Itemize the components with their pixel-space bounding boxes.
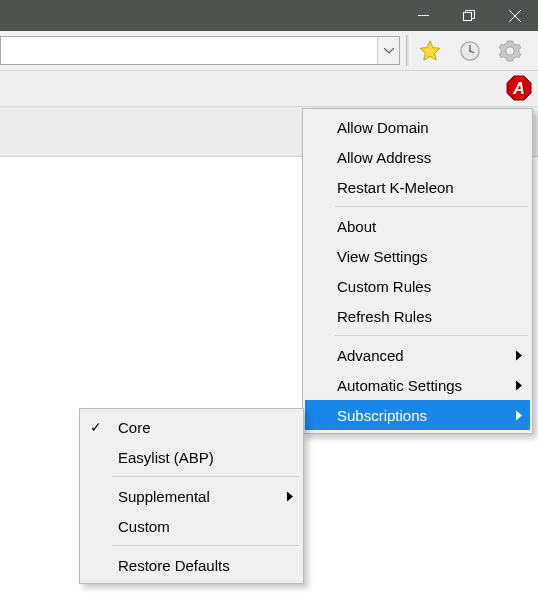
toolbar-icon-group bbox=[414, 35, 526, 67]
menu-view-settings[interactable]: View Settings bbox=[305, 241, 530, 271]
menu-separator bbox=[335, 206, 528, 207]
menu-item-label: View Settings bbox=[337, 248, 428, 265]
menu-item-label: Custom bbox=[118, 518, 170, 535]
menu-item-label: Subscriptions bbox=[337, 407, 427, 424]
menu-item-label: Custom Rules bbox=[337, 278, 431, 295]
history-button[interactable] bbox=[454, 35, 486, 67]
menu-separator bbox=[112, 476, 299, 477]
submenu-core[interactable]: ✓ Core bbox=[82, 412, 301, 442]
menu-separator bbox=[112, 545, 299, 546]
settings-button[interactable] bbox=[494, 35, 526, 67]
main-toolbar bbox=[0, 31, 538, 71]
menu-item-label: Allow Address bbox=[337, 149, 431, 166]
menu-restart[interactable]: Restart K-Meleon bbox=[305, 172, 530, 202]
submenu-custom[interactable]: Custom bbox=[82, 511, 301, 541]
minimize-button[interactable] bbox=[400, 0, 446, 31]
menu-separator bbox=[335, 335, 528, 336]
gear-icon bbox=[498, 39, 522, 63]
menu-automatic-settings[interactable]: Automatic Settings bbox=[305, 370, 530, 400]
checkmark-icon: ✓ bbox=[90, 419, 102, 435]
menu-item-label: Refresh Rules bbox=[337, 308, 432, 325]
address-input[interactable] bbox=[1, 37, 377, 64]
toolbar-separator bbox=[406, 35, 411, 66]
adblock-context-menu: Allow Domain Allow Address Restart K-Mel… bbox=[302, 108, 533, 434]
menu-item-label: Supplemental bbox=[118, 488, 210, 505]
submenu-arrow-icon bbox=[287, 488, 293, 505]
submenu-supplemental[interactable]: Supplemental bbox=[82, 481, 301, 511]
menu-item-label: Restart K-Meleon bbox=[337, 179, 454, 196]
maximize-button[interactable] bbox=[446, 0, 492, 31]
submenu-arrow-icon bbox=[516, 347, 522, 364]
subscriptions-submenu: ✓ Core Easylist (ABP) Supplemental Custo… bbox=[79, 408, 304, 584]
svg-rect-1 bbox=[464, 12, 472, 20]
menu-item-label: Restore Defaults bbox=[118, 557, 230, 574]
clock-icon bbox=[459, 40, 481, 62]
menu-custom-rules[interactable]: Custom Rules bbox=[305, 271, 530, 301]
svg-text:A: A bbox=[512, 80, 525, 97]
svg-point-7 bbox=[469, 50, 471, 52]
menu-advanced[interactable]: Advanced bbox=[305, 340, 530, 370]
star-icon bbox=[418, 39, 442, 63]
menu-allow-address[interactable]: Allow Address bbox=[305, 142, 530, 172]
menu-refresh-rules[interactable]: Refresh Rules bbox=[305, 301, 530, 331]
submenu-restore-defaults[interactable]: Restore Defaults bbox=[82, 550, 301, 580]
menu-item-label: Automatic Settings bbox=[337, 377, 462, 394]
window-titlebar bbox=[0, 0, 538, 31]
secondary-toolbar: A bbox=[0, 71, 538, 107]
submenu-arrow-icon bbox=[516, 377, 522, 394]
close-button[interactable] bbox=[492, 0, 538, 31]
menu-item-label: Core bbox=[118, 419, 151, 436]
submenu-easylist[interactable]: Easylist (ABP) bbox=[82, 442, 301, 472]
menu-allow-domain[interactable]: Allow Domain bbox=[305, 112, 530, 142]
menu-subscriptions[interactable]: Subscriptions bbox=[305, 400, 530, 430]
menu-item-label: About bbox=[337, 218, 376, 235]
adblock-button[interactable]: A bbox=[506, 75, 532, 101]
menu-about[interactable]: About bbox=[305, 211, 530, 241]
menu-item-label: Advanced bbox=[337, 347, 404, 364]
bookmarks-button[interactable] bbox=[414, 35, 446, 67]
address-dropdown-button[interactable] bbox=[377, 37, 399, 64]
address-bar bbox=[0, 36, 400, 65]
chevron-down-icon bbox=[384, 48, 394, 54]
menu-item-label: Allow Domain bbox=[337, 119, 429, 136]
submenu-arrow-icon bbox=[516, 407, 522, 424]
adblock-icon: A bbox=[506, 75, 532, 101]
menu-item-label: Easylist (ABP) bbox=[118, 449, 214, 466]
